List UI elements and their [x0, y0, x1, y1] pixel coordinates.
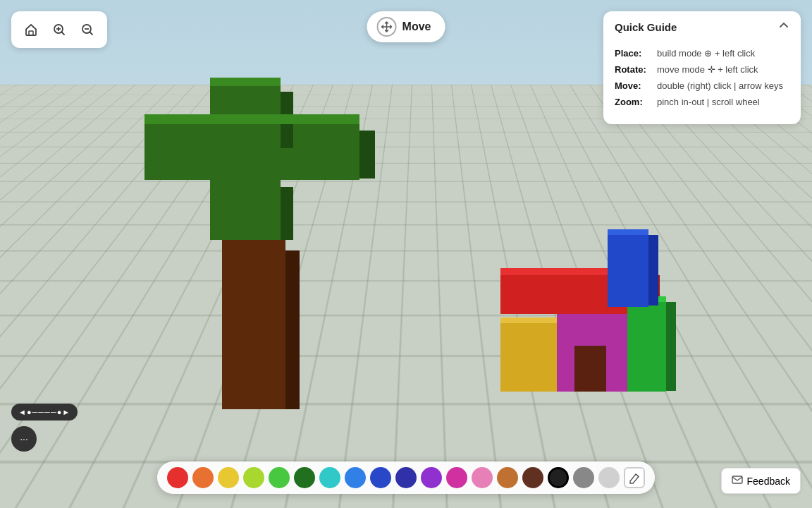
svg-rect-24 [29, 31, 33, 35]
mail-icon [732, 474, 743, 488]
guide-place-value: build mode ⊕ + left click [657, 48, 755, 59]
color-swatch-black[interactable] [548, 467, 569, 488]
guide-row-move: Move: double (right) click | arrow keys [615, 80, 789, 91]
dots-icon: ··· [20, 433, 28, 445]
zoom-out-button[interactable] [75, 17, 100, 42]
color-swatch-gray[interactable] [573, 467, 594, 488]
color-swatch-yellow[interactable] [218, 467, 239, 488]
move-mode-icon [377, 17, 397, 37]
color-swatch-dark-brown[interactable] [522, 467, 543, 488]
color-palette [157, 461, 655, 494]
color-swatch-magenta[interactable] [446, 467, 467, 488]
move-mode-button[interactable]: Move [367, 11, 445, 42]
scroll-slider-text: ◄●────●► [18, 408, 70, 416]
color-swatch-blue[interactable] [345, 467, 366, 488]
grid-floor [0, 85, 812, 508]
dots-menu-button[interactable]: ··· [11, 426, 37, 452]
color-swatch-red[interactable] [167, 467, 188, 488]
home-button[interactable] [18, 17, 44, 42]
guide-row-place: Place: build mode ⊕ + left click [615, 48, 789, 59]
guide-zoom-value: pinch in-out | scroll wheel [657, 97, 760, 107]
move-label: Move [402, 20, 431, 33]
guide-rotate-value: move mode ✛ + left click [657, 64, 758, 75]
guide-place-label: Place: [615, 48, 651, 59]
color-swatch-purple[interactable] [421, 467, 442, 488]
color-swatch-orange[interactable] [192, 467, 214, 488]
zoom-in-button[interactable] [47, 17, 72, 42]
color-swatch-dark-green[interactable] [294, 467, 315, 488]
svg-line-28 [62, 32, 65, 35]
quick-guide-title: Quick Guide [615, 21, 677, 33]
guide-row-rotate: Rotate: move mode ✛ + left click [615, 64, 789, 75]
toolbar [11, 11, 107, 48]
eraser-button[interactable] [624, 467, 645, 488]
color-swatch-brown[interactable] [497, 467, 518, 488]
guide-row-zoom: Zoom: pinch in-out | scroll wheel [615, 97, 789, 107]
feedback-button[interactable]: Feedback [721, 468, 801, 494]
scroll-slider[interactable]: ◄●────●► [11, 404, 78, 421]
quick-guide-content: Place: build mode ⊕ + left click Rotate:… [603, 42, 801, 124]
guide-zoom-label: Zoom: [615, 97, 651, 107]
quick-guide-panel: Quick Guide Place: build mode ⊕ + left c… [603, 11, 801, 124]
left-controls: ◄●────●► ··· [11, 404, 78, 452]
quick-guide-collapse-button[interactable] [778, 20, 789, 34]
guide-move-label: Move: [615, 80, 651, 91]
quick-guide-header: Quick Guide [603, 11, 801, 42]
color-swatch-dark-blue[interactable] [370, 467, 391, 488]
guide-rotate-label: Rotate: [615, 64, 651, 75]
color-swatch-green[interactable] [269, 467, 290, 488]
color-swatch-yellow-green[interactable] [243, 467, 264, 488]
feedback-label: Feedback [747, 476, 790, 487]
color-swatch-light-gray[interactable] [598, 467, 620, 488]
color-swatch-pink[interactable] [472, 467, 493, 488]
color-swatch-navy[interactable] [395, 467, 417, 488]
svg-rect-32 [732, 476, 742, 483]
color-swatch-cyan[interactable] [319, 467, 340, 488]
guide-move-value: double (right) click | arrow keys [657, 80, 783, 91]
svg-line-31 [90, 32, 93, 35]
